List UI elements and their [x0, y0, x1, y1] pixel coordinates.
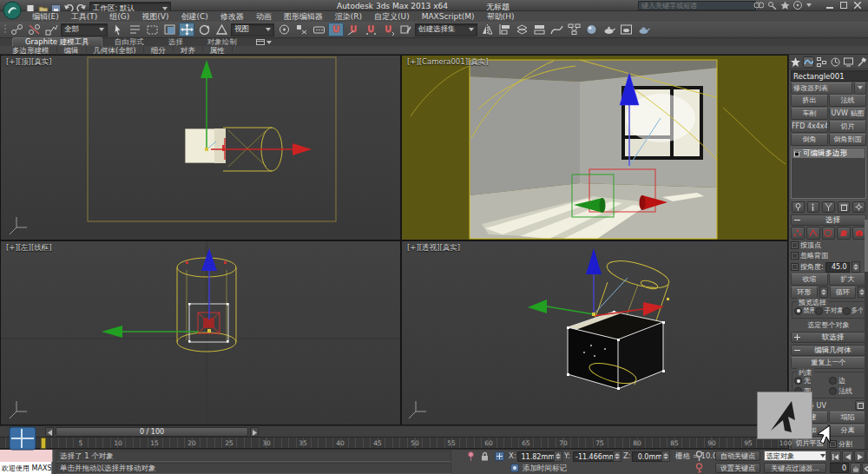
snaps-toggle-icon[interactable]: [328, 23, 344, 36]
menu-item-customize[interactable]: 自定义(U): [368, 11, 416, 22]
percent-snap-toggle-icon[interactable]: [363, 23, 378, 36]
ribbon-section-properties[interactable]: 属性: [203, 46, 233, 55]
preview-subobj-radio[interactable]: [815, 307, 823, 315]
schematic-view-icon[interactable]: [566, 23, 582, 36]
hierarchy-tab-icon[interactable]: [816, 56, 827, 68]
modifier-list-chevron[interactable]: [854, 82, 866, 95]
viewport-camera[interactable]: [+][Camera001][真实]: [401, 55, 788, 240]
reference-coordinate-dropdown[interactable]: 视图: [231, 23, 274, 36]
select-and-manipulate-icon[interactable]: [293, 23, 309, 36]
menu-item-group[interactable]: 组(G): [103, 11, 135, 22]
viewport-camera-label[interactable]: [+][Camera001][真实]: [407, 57, 489, 68]
by-angle-spinner[interactable]: [852, 261, 860, 273]
make-unique-icon[interactable]: [822, 201, 835, 213]
keyboard-shortcut-override-icon[interactable]: [311, 23, 326, 36]
time-tag-icon[interactable]: [510, 464, 519, 472]
select-and-move-icon[interactable]: [179, 23, 194, 36]
collapse-button[interactable]: 塌陷: [829, 411, 866, 424]
bind-to-space-warp-icon[interactable]: [43, 23, 59, 36]
menu-item-rendering[interactable]: 渲染(R): [329, 11, 368, 22]
ribbon-display-options-icon[interactable]: [256, 39, 265, 46]
x-coordinate-spinner[interactable]: [554, 451, 562, 462]
modifier-button-slice[interactable]: 切片: [829, 121, 866, 133]
y-coordinate-spinner[interactable]: [613, 451, 621, 462]
help-icon[interactable]: [793, 1, 803, 10]
search-history-icon[interactable]: [753, 1, 764, 10]
align-icon[interactable]: [496, 23, 512, 36]
next-frame-arrow[interactable]: [250, 427, 259, 437]
modifier-list-dropdown[interactable]: 修改器列表: [791, 82, 852, 95]
select-and-link-icon[interactable]: [9, 23, 24, 36]
maximize-button[interactable]: [837, 1, 851, 10]
z-coordinate-spinner[interactable]: [661, 451, 670, 462]
menu-item-help[interactable]: 帮助(H): [481, 11, 521, 22]
set-key-icon[interactable]: [694, 463, 704, 473]
by-angle-field[interactable]: [825, 262, 850, 273]
current-frame-marker[interactable]: [41, 438, 46, 449]
viewport-left[interactable]: [+][左][线框]: [0, 240, 401, 425]
viewport-perspective-label[interactable]: [+][透视][真实]: [407, 243, 460, 253]
subobject-edge-icon[interactable]: [806, 227, 820, 240]
window-crossing-icon[interactable]: [161, 23, 177, 36]
graphite-ribbon-toggle-icon[interactable]: [531, 23, 547, 36]
remove-modifier-icon[interactable]: [838, 201, 851, 213]
rollout-soft-selection[interactable]: 软选择: [791, 332, 866, 343]
utilities-tab-icon[interactable]: [856, 56, 867, 68]
menu-item-edit[interactable]: 编辑(E): [26, 11, 65, 22]
by-vertex-checkbox[interactable]: [791, 241, 799, 249]
display-tab-icon[interactable]: [843, 56, 854, 68]
auto-key-button[interactable]: 自动关键点: [715, 451, 760, 461]
ribbon-section-geometry-all[interactable]: 几何体(全部): [87, 46, 144, 55]
named-selection-sets-dropdown[interactable]: 创建选择集: [415, 23, 477, 36]
time-slider-handle[interactable]: 0 / 100: [56, 427, 248, 437]
pan-view-button[interactable]: [850, 463, 861, 474]
ring-spinner[interactable]: [819, 286, 828, 298]
mirror-icon[interactable]: [479, 23, 495, 36]
select-by-name-icon[interactable]: [127, 23, 142, 36]
ribbon-section-polygon-modeling[interactable]: 多边形建模: [5, 46, 57, 55]
selection-filter-dropdown[interactable]: 全部: [61, 23, 108, 36]
show-end-result-icon[interactable]: [807, 201, 820, 213]
selection-region-icon[interactable]: [144, 23, 160, 36]
isolate-selection-pin-icon[interactable]: [467, 451, 475, 461]
modifier-stack-item[interactable]: 可编辑多边形: [792, 148, 865, 158]
pin-stack-icon[interactable]: [792, 201, 805, 213]
menu-item-create[interactable]: 创建(C): [174, 11, 214, 22]
communication-center-icon[interactable]: [767, 1, 777, 10]
select-and-scale-icon[interactable]: [214, 23, 229, 36]
create-tab-icon[interactable]: [790, 56, 801, 68]
spinner-snap-toggle-icon[interactable]: [380, 23, 396, 36]
previous-frame-arrow[interactable]: [45, 427, 54, 437]
select-and-rotate-icon[interactable]: [196, 23, 212, 36]
modifier-button-bevel-profile[interactable]: 倒角剖面: [829, 134, 866, 146]
constraint-normal-radio[interactable]: [829, 387, 837, 395]
use-pivot-center-icon[interactable]: [276, 23, 292, 36]
modifier-stack[interactable]: 可编辑多边形: [791, 147, 866, 199]
modifier-button-normal[interactable]: 法线: [829, 95, 866, 107]
constraint-edge-radio[interactable]: [829, 377, 837, 385]
app-logo-icon[interactable]: [3, 1, 22, 20]
subobject-vertex-icon[interactable]: [791, 227, 805, 240]
render-setup-icon[interactable]: [601, 23, 616, 36]
x-coordinate-field[interactable]: [517, 451, 557, 462]
modifier-button-chamfer[interactable]: 倒角: [791, 134, 828, 146]
close-button[interactable]: [851, 1, 865, 10]
viewport-top-label[interactable]: [+][顶][真实]: [6, 57, 52, 68]
preview-disable-radio[interactable]: [794, 307, 802, 315]
play-button[interactable]: [854, 451, 865, 463]
shrink-button[interactable]: 收缩: [791, 273, 828, 286]
by-angle-checkbox[interactable]: [791, 263, 799, 271]
track-bar[interactable]: 5 10 15 20 25 30 35 40 45 50 55 60 65 70…: [0, 437, 788, 449]
object-name-field[interactable]: [791, 70, 868, 82]
ribbon-minimize-chevron-icon[interactable]: [266, 41, 272, 44]
render-production-icon[interactable]: [635, 23, 651, 36]
viewport-left-label[interactable]: [+][左][线框]: [6, 243, 52, 253]
go-to-start-button[interactable]: [830, 451, 841, 463]
configure-modifier-sets-icon[interactable]: [852, 201, 865, 213]
modifier-button-lathe[interactable]: 车削: [791, 108, 828, 120]
angle-snap-toggle-icon[interactable]: [345, 23, 361, 36]
menu-item-tools[interactable]: 工具(T): [65, 11, 104, 22]
modifier-button-extrude[interactable]: 挤出: [791, 95, 828, 107]
menu-item-maxscript[interactable]: MAXScript(M): [416, 11, 481, 22]
preview-multi-radio[interactable]: [843, 307, 851, 315]
